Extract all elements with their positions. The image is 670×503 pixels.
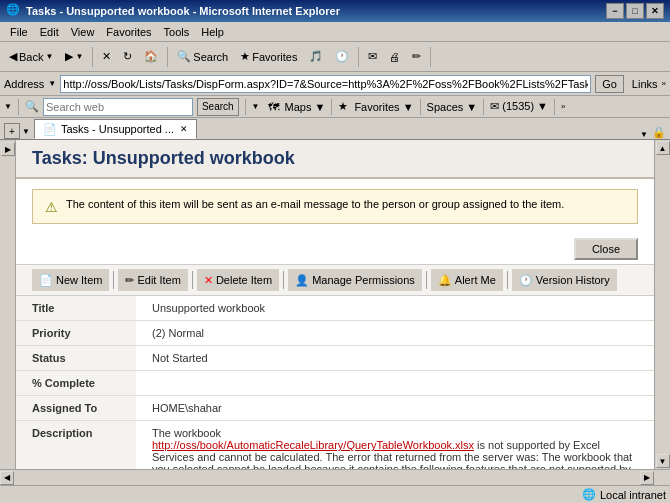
stop-icon: ✕ xyxy=(102,50,111,63)
page-tool-sep-2 xyxy=(192,271,193,289)
menu-edit[interactable]: Edit xyxy=(34,24,65,40)
main-content: Tasks: Unsupported workbook ⚠ The conten… xyxy=(16,140,654,469)
description-link[interactable]: http://oss/book/AutomaticRecaleLibrary/Q… xyxy=(152,439,474,451)
edit-item-icon: ✏ xyxy=(125,274,134,287)
menu-view[interactable]: View xyxy=(65,24,101,40)
assigned-to-label: Assigned To xyxy=(16,396,136,421)
window-title: Tasks - Unsupported workbook - Microsoft… xyxy=(26,5,606,17)
status-value: Not Started xyxy=(136,346,654,371)
forward-button[interactable]: ▶ ▼ xyxy=(60,45,88,69)
menu-help[interactable]: Help xyxy=(195,24,230,40)
alert-me-icon: 🔔 xyxy=(438,274,452,287)
maximize-button[interactable]: □ xyxy=(626,3,644,19)
back-button[interactable]: ◀ Back ▼ xyxy=(4,45,58,69)
favorites-button[interactable]: ★ Favorites xyxy=(235,45,302,69)
favorites-icon: ★ xyxy=(240,50,250,63)
tab-scroll-right-icon: ▼ xyxy=(640,130,648,139)
close-page-button[interactable]: Close xyxy=(574,238,638,260)
tab-lock-icon: 🔒 xyxy=(652,126,666,139)
status-label: Status xyxy=(16,346,136,371)
search-bar-button[interactable]: Search xyxy=(197,98,239,116)
search-icon: 🔍 xyxy=(177,50,191,63)
delete-item-button[interactable]: ✕ Delete Item xyxy=(197,269,279,291)
go-button[interactable]: Go xyxy=(595,75,624,93)
search-bar-icon: 🔍 xyxy=(25,100,39,113)
window-controls: − □ ✕ xyxy=(606,3,664,19)
info-message: The content of this item will be sent as… xyxy=(66,198,564,210)
history-button[interactable]: 🕐 xyxy=(330,45,354,69)
more-icon: » xyxy=(561,102,565,111)
mail-count-label: ✉ (1535) ▼ xyxy=(490,100,548,113)
scroll-up-button[interactable]: ▲ xyxy=(656,141,670,155)
minimize-button[interactable]: − xyxy=(606,3,624,19)
tab-bar: + ▼ 📄 Tasks - Unsupported ... ✕ ▼ 🔒 xyxy=(0,118,670,140)
search-dropdown2-icon: ▼ xyxy=(252,102,260,111)
print-icon: 🖨 xyxy=(389,51,400,63)
priority-label: Priority xyxy=(16,321,136,346)
new-item-button[interactable]: 📄 New Item xyxy=(32,269,109,291)
alert-me-button[interactable]: 🔔 Alert Me xyxy=(431,269,503,291)
toolbar: ◀ Back ▼ ▶ ▼ ✕ ↻ 🏠 🔍 Search ★ Favorites … xyxy=(0,42,670,72)
table-row: Description The workbook http://oss/book… xyxy=(16,421,654,470)
mail-icon: ✉ xyxy=(368,50,377,63)
edit-item-button[interactable]: ✏ Edit Item xyxy=(118,269,187,291)
security-zone: 🌐 Local intranet xyxy=(582,488,666,501)
current-tab[interactable]: 📄 Tasks - Unsupported ... ✕ xyxy=(34,119,197,139)
toolbar-separator-4 xyxy=(430,47,431,67)
ie-icon: 🌐 xyxy=(6,3,22,19)
close-button[interactable]: ✕ xyxy=(646,3,664,19)
address-input[interactable] xyxy=(60,75,591,93)
table-row: Status Not Started xyxy=(16,346,654,371)
menu-favorites[interactable]: Favorites xyxy=(100,24,157,40)
scroll-left-button[interactable]: ◀ xyxy=(0,471,14,485)
print-button[interactable]: 🖨 xyxy=(384,45,405,69)
priority-value: (2) Normal xyxy=(136,321,654,346)
detail-table: Title Unsupported workbook Priority (2) … xyxy=(16,296,654,469)
edit-button[interactable]: ✏ xyxy=(407,45,426,69)
new-item-icon: 📄 xyxy=(39,274,53,287)
history-icon: 🕐 xyxy=(335,50,349,63)
menu-tools[interactable]: Tools xyxy=(158,24,196,40)
title-label: Title xyxy=(16,296,136,321)
pct-complete-label: % Complete xyxy=(16,371,136,396)
address-dropdown-icon: ▼ xyxy=(48,79,56,88)
info-box: ⚠ The content of this item will be sent … xyxy=(32,189,638,224)
page-tool-sep-5 xyxy=(507,271,508,289)
vertical-scrollbar[interactable]: ▲ ▼ xyxy=(654,140,670,469)
scroll-right-button[interactable]: ▶ xyxy=(640,471,654,485)
status-bar: 🌐 Local intranet xyxy=(0,485,670,503)
zone-label: Local intranet xyxy=(600,489,666,501)
page-tool-sep-4 xyxy=(426,271,427,289)
manage-permissions-button[interactable]: 👤 Manage Permissions xyxy=(288,269,422,291)
version-history-button[interactable]: 🕐 Version History xyxy=(512,269,617,291)
tab-close-icon[interactable]: ✕ xyxy=(180,124,188,134)
status-bar-right: 🌐 Local intranet xyxy=(582,488,666,501)
left-sidebar: ▶ xyxy=(0,140,16,469)
description-value: The workbook http://oss/book/AutomaticRe… xyxy=(136,421,654,470)
stop-button[interactable]: ✕ xyxy=(97,45,116,69)
description-label: Description xyxy=(16,421,136,470)
refresh-button[interactable]: ↻ xyxy=(118,45,137,69)
media-button[interactable]: 🎵 xyxy=(304,45,328,69)
page-tool-sep-3 xyxy=(283,271,284,289)
mail-button[interactable]: ✉ xyxy=(363,45,382,69)
search-bar-separator-5 xyxy=(483,99,484,115)
back-icon: ◀ xyxy=(9,50,17,63)
spaces-label: Spaces ▼ xyxy=(427,101,478,113)
scroll-down-button[interactable]: ▼ xyxy=(656,454,670,468)
horizontal-scrollbar[interactable]: ◀ ▶ xyxy=(0,469,670,485)
search-input[interactable] xyxy=(43,98,193,116)
home-button[interactable]: 🏠 xyxy=(139,45,163,69)
home-icon: 🏠 xyxy=(144,50,158,63)
menu-file[interactable]: File xyxy=(4,24,34,40)
sidebar-toggle[interactable]: ▶ xyxy=(1,142,15,156)
new-tab-button[interactable]: + xyxy=(4,123,20,139)
address-bar: Address ▼ Go Links » xyxy=(0,72,670,96)
refresh-icon: ↻ xyxy=(123,50,132,63)
page-toolbar: 📄 New Item ✏ Edit Item ✕ Delete Item 👤 M… xyxy=(16,264,654,296)
tab-title: Tasks - Unsupported ... xyxy=(61,123,174,135)
version-history-icon: 🕐 xyxy=(519,274,533,287)
search-button[interactable]: 🔍 Search xyxy=(172,45,233,69)
table-row: Priority (2) Normal xyxy=(16,321,654,346)
title-bar: 🌐 Tasks - Unsupported workbook - Microso… xyxy=(0,0,670,22)
